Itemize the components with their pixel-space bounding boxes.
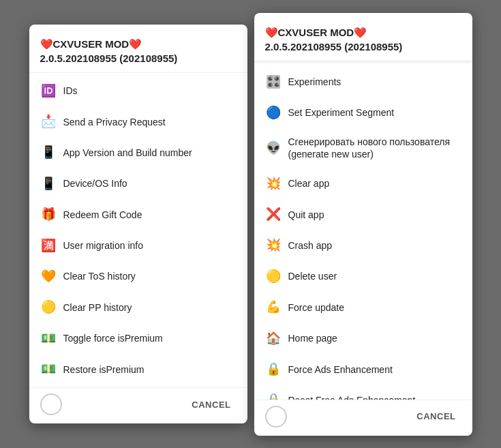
right-item-label-10: Reset Free Ads Enhancement [288,394,461,400]
left-list-item[interactable]: 💵Restore isPremium [29,354,247,385]
right-list-item[interactable]: 🟡Delete user [254,261,472,292]
right-item-label-5: Crash app [288,239,461,252]
right-list-item[interactable]: 💥Clear app [254,168,472,199]
right-item-label-0: Experiments [288,76,461,88]
left-list-item[interactable]: 🆔IDs [29,76,247,106]
left-list-item[interactable]: 📱App Version and Build number [29,137,247,168]
right-item-icon-3: 💥 [265,176,282,192]
left-list-item[interactable]: 🈵User migration info [29,230,247,261]
right-dialog-list: 🎛️Experiments🔵Set Experiment Segment👽Сге… [254,64,472,400]
right-item-label-3: Clear app [288,177,461,190]
left-list-item[interactable]: 🟡Clear PP history [29,292,247,323]
left-item-icon-8: 💵 [40,331,57,346]
left-item-label-9: Restore isPremium [63,363,237,376]
left-item-label-2: App Version and Build number [63,147,237,159]
left-list-item[interactable]: 💵Toggle force isPremium [29,323,247,354]
left-item-label-3: Device/OS Info [63,177,237,190]
left-list-item[interactable]: 🧡Clear ToS history [29,261,247,292]
right-dialog-footer: CANCEL [254,400,472,436]
left-item-icon-3: 📱 [40,176,57,192]
left-item-label-7: Clear PP history [63,301,237,314]
right-list-item[interactable]: ❌Quit app [254,199,472,230]
right-item-icon-7: 💪 [265,299,282,315]
right-dialog: ❤️CXVUSER MOD❤️2.0.5.202108955 (20210895… [254,13,472,436]
right-cancel-button[interactable]: CANCEL [411,408,461,424]
right-dialog-title: ❤️CXVUSER MOD❤️2.0.5.202108955 (20210895… [265,25,461,54]
left-dialog-footer: CANCEL [29,387,247,423]
left-item-label-8: Toggle force isPremium [63,332,237,344]
right-item-icon-1: 🔵 [265,105,282,121]
right-item-label-6: Delete user [288,270,461,282]
left-item-icon-6: 🧡 [40,269,57,284]
left-item-label-4: Redeem Gift Code [63,209,237,221]
left-item-icon-7: 🟡 [40,299,57,315]
left-item-label-6: Clear ToS history [63,270,237,282]
left-item-icon-5: 🈵 [40,238,57,254]
right-item-icon-2: 👽 [265,140,282,156]
left-item-icon-4: 🎁 [40,207,57,222]
left-item-label-5: User migration info [63,239,237,252]
left-dialog-title: ❤️CXVUSER MOD❤️2.0.5.202108955 (20210895… [40,37,237,65]
right-list-item[interactable]: 💪Force update [254,292,472,323]
right-list-item[interactable]: 🔒Reset Free Ads Enhancement [254,385,472,399]
right-item-icon-5: 💥 [265,237,282,253]
right-item-label-1: Set Experiment Segment [288,106,461,119]
left-item-icon-1: 📩 [40,114,57,130]
right-list-item[interactable]: 🏠Home page [254,323,472,354]
right-list-item[interactable]: 👽Сгенерировать нового пользователя (gene… [254,128,472,168]
left-item-label-0: IDs [63,85,237,97]
left-item-icon-2: 📱 [40,145,57,160]
right-list-item[interactable]: 🎛️Experiments [254,67,472,98]
left-footer-circle [40,393,62,415]
right-list-item[interactable]: 🔵Set Experiment Segment [254,98,472,128]
right-item-label-7: Force update [288,301,461,314]
right-footer-circle [265,406,287,428]
left-cancel-button[interactable]: CANCEL [186,397,236,413]
left-item-icon-0: 🆔 [40,83,57,99]
right-list-item[interactable]: 🔒Force Ads Enhancement [254,354,472,385]
right-item-icon-0: 🎛️ [265,74,282,90]
left-dialog-header: ❤️CXVUSER MOD❤️2.0.5.202108955 (20210895… [29,25,247,73]
left-list-item[interactable]: 📱Device/OS Info [29,168,247,199]
right-list-item[interactable]: 💥Crash app [254,230,472,260]
left-dialog-list: 🆔IDs📩Send a Privacy Request📱App Version … [29,73,247,388]
left-item-label-1: Send a Privacy Request [63,116,237,128]
right-item-icon-4: ❌ [265,207,282,222]
right-item-icon-10: 🔒 [265,392,282,399]
left-item-icon-9: 💵 [40,361,57,377]
right-item-label-2: Сгенерировать нового пользователя (gener… [288,136,461,160]
left-list-item[interactable]: 📩Send a Privacy Request [29,106,247,137]
right-dialog-header: ❤️CXVUSER MOD❤️2.0.5.202108955 (20210895… [254,13,472,61]
right-item-label-4: Quit app [288,209,461,221]
right-item-label-9: Force Ads Enhancement [288,363,461,376]
right-item-icon-6: 🟡 [265,269,282,284]
right-item-icon-8: 🏠 [265,331,282,346]
right-item-label-8: Home page [288,332,461,344]
right-item-icon-9: 🔒 [265,361,282,377]
left-list-item[interactable]: 🎁Redeem Gift Code [29,199,247,230]
left-dialog: ❤️CXVUSER MOD❤️2.0.5.202108955 (20210895… [29,25,247,424]
